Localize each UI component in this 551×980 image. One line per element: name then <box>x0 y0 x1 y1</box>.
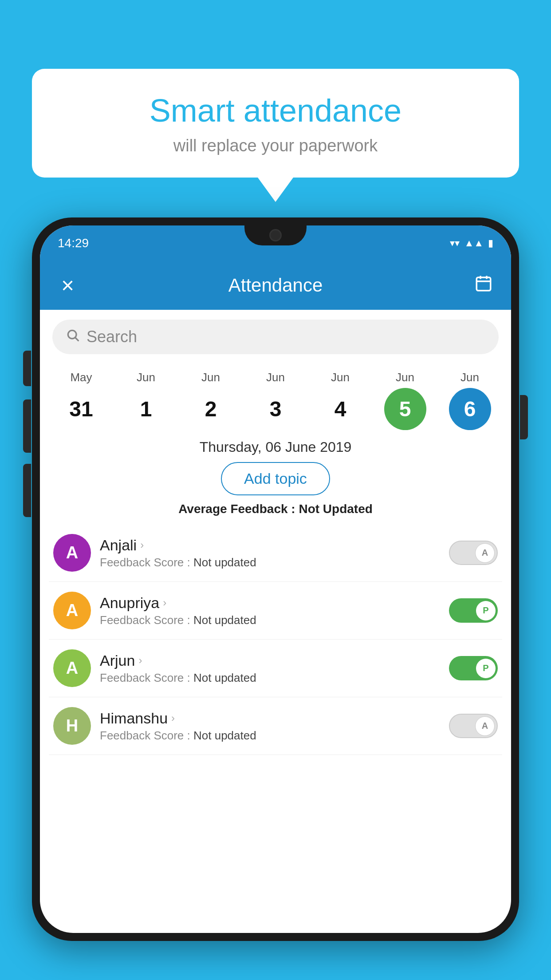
student-feedback: Feedback Score : Not updated <box>100 729 440 743</box>
cal-date-number: 1 <box>125 388 167 430</box>
speech-bubble-arrow <box>258 178 293 202</box>
cal-month-label: May <box>70 371 92 384</box>
calendar-day[interactable]: Jun6 <box>443 371 496 430</box>
battery-icon: ▮ <box>488 237 493 249</box>
app-bar-title: Attendance <box>80 275 471 296</box>
student-info: Arjun ›Feedback Score : Not updated <box>100 652 440 685</box>
student-arrow-icon: › <box>163 597 166 609</box>
status-time: 14:29 <box>58 236 89 250</box>
phone-container: 14:29 ▾▾ ▲▲ ▮ × Attendance <box>32 217 519 980</box>
student-info: Anjali ›Feedback Score : Not updated <box>100 537 440 569</box>
toggle-knob: A <box>475 716 495 736</box>
cal-date-number: 6 <box>449 388 491 430</box>
student-item[interactable]: AArjun ›Feedback Score : Not updatedP <box>49 640 502 697</box>
calendar-day[interactable]: Jun2 <box>184 371 237 430</box>
cal-month-label: Jun <box>137 371 155 384</box>
signal-icon: ▲▲ <box>464 237 484 249</box>
cal-date-number: 4 <box>319 388 362 430</box>
cal-month-label: Jun <box>460 371 479 384</box>
student-feedback: Feedback Score : Not updated <box>100 671 440 685</box>
status-bar: 14:29 ▾▾ ▲▲ ▮ <box>40 225 511 261</box>
calendar-icon[interactable] <box>471 274 496 297</box>
attendance-toggle-on[interactable]: P <box>449 656 498 680</box>
phone-screen: 14:29 ▾▾ ▲▲ ▮ × Attendance <box>40 225 511 933</box>
cal-date-number: 5 <box>384 388 426 430</box>
attendance-toggle-on[interactable]: P <box>449 598 498 623</box>
student-avatar: A <box>53 649 91 687</box>
toggle-knob: A <box>475 543 495 563</box>
student-name: Arjun › <box>100 652 440 669</box>
cal-month-label: Jun <box>331 371 350 384</box>
close-icon[interactable]: × <box>55 273 80 298</box>
student-item[interactable]: HHimanshu ›Feedback Score : Not updatedA <box>49 697 502 755</box>
calendar-day[interactable]: May31 <box>55 371 108 430</box>
student-list: AAnjali ›Feedback Score : Not updatedAAA… <box>40 524 511 755</box>
speech-bubble-subtitle: will replace your paperwork <box>59 136 492 155</box>
toggle-knob: P <box>476 601 496 620</box>
student-arrow-icon: › <box>138 654 142 667</box>
calendar-day[interactable]: Jun1 <box>119 371 173 430</box>
add-topic-button[interactable]: Add topic <box>221 462 330 495</box>
attendance-toggle-off[interactable]: A <box>449 714 498 738</box>
speech-bubble-container: Smart attendance will replace your paper… <box>32 69 519 202</box>
cal-date-number: 3 <box>255 388 297 430</box>
student-item[interactable]: AAnjali ›Feedback Score : Not updatedA <box>49 524 502 582</box>
calendar-week-row: May31Jun1Jun2Jun3Jun4Jun5Jun6 <box>40 364 511 430</box>
phone-side-btn-left1 <box>23 351 31 386</box>
feedback-value: Not Updated <box>299 502 372 516</box>
student-info: Anupriya ›Feedback Score : Not updated <box>100 594 440 627</box>
speech-bubble: Smart attendance will replace your paper… <box>32 69 519 178</box>
app-bar: × Attendance <box>40 261 511 310</box>
svg-point-4 <box>68 330 76 339</box>
speech-bubble-title: Smart attendance <box>59 93 492 128</box>
search-input-placeholder: Search <box>87 328 137 346</box>
student-info: Himanshu ›Feedback Score : Not updated <box>100 710 440 743</box>
search-bar[interactable]: Search <box>52 320 499 354</box>
phone-notch <box>244 225 307 245</box>
student-arrow-icon: › <box>171 712 175 724</box>
cal-month-label: Jun <box>266 371 285 384</box>
phone-side-btn-left3 <box>23 464 31 517</box>
calendar-day[interactable]: Jun3 <box>249 371 302 430</box>
search-icon <box>66 328 80 346</box>
wifi-icon: ▾▾ <box>450 237 460 249</box>
student-name: Himanshu › <box>100 710 440 727</box>
student-item[interactable]: AAnupriya ›Feedback Score : Not updatedP <box>49 582 502 640</box>
feedback-label: Average Feedback : <box>178 502 299 516</box>
status-icons: ▾▾ ▲▲ ▮ <box>450 237 493 249</box>
phone-outer: 14:29 ▾▾ ▲▲ ▮ × Attendance <box>32 217 519 941</box>
phone-side-btn-left2 <box>23 399 31 453</box>
student-feedback: Feedback Score : Not updated <box>100 613 440 627</box>
student-avatar: A <box>53 534 91 572</box>
student-avatar: H <box>53 707 91 745</box>
student-name: Anjali › <box>100 537 440 554</box>
calendar-day[interactable]: Jun4 <box>314 371 367 430</box>
cal-date-number: 31 <box>60 388 102 430</box>
selected-date-label: Thursday, 06 June 2019 <box>40 439 511 455</box>
phone-side-btn-right <box>520 395 528 439</box>
cal-date-number: 2 <box>190 388 232 430</box>
toggle-knob: P <box>476 659 496 678</box>
attendance-toggle-off[interactable]: A <box>449 541 498 565</box>
cal-month-label: Jun <box>201 371 220 384</box>
student-feedback: Feedback Score : Not updated <box>100 556 440 569</box>
svg-line-5 <box>75 338 79 341</box>
calendar-day[interactable]: Jun5 <box>378 371 432 430</box>
cal-month-label: Jun <box>396 371 414 384</box>
student-arrow-icon: › <box>140 539 144 551</box>
student-avatar: A <box>53 592 91 629</box>
svg-rect-0 <box>476 277 491 291</box>
phone-camera <box>269 229 282 241</box>
student-name: Anupriya › <box>100 594 440 612</box>
average-feedback: Average Feedback : Not Updated <box>40 502 511 516</box>
